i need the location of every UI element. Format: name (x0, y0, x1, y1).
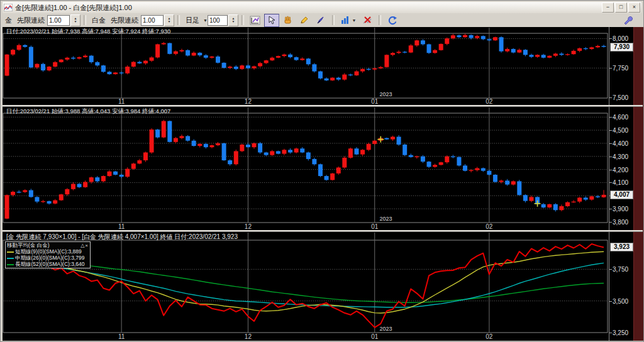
bar-count-input[interactable]: 100 (208, 15, 228, 26)
timeframe-dropdown[interactable]: 日足 (186, 16, 199, 25)
instrument2-multiplier-spinner[interactable]: ▲▼ (164, 14, 174, 26)
gold-chart-canvas[interactable]: 111201022023 (3, 27, 608, 106)
toolbar: 金 先限連続 1.00 ▲▼ 白金 先限連続 1.00 ▲▼ 日足 ▼ 100 … (3, 13, 641, 28)
ma-legend-box[interactable]: 移動平均(金 白金) △× 短期線(9)(0)(SMA)(C):3,889 中期… (5, 241, 91, 268)
delete-x-icon (362, 16, 372, 25)
axis-tick-label: 8,000 (613, 35, 628, 42)
pencil-icon (299, 16, 309, 25)
select-cursor-tool-button[interactable] (264, 14, 279, 27)
settings-wrench-button[interactable] (623, 16, 633, 25)
panel-splitter[interactable] (3, 230, 643, 232)
pen-quill-icon (316, 16, 325, 25)
axis-tick-label: 3,250 (613, 329, 628, 336)
axis-tick-label: 4,100 (613, 179, 628, 186)
pencil-draw-tool-button[interactable] (297, 14, 312, 27)
axis-tick-mark (609, 38, 612, 39)
axis-tick-mark (609, 143, 612, 144)
svg-text:2023: 2023 (380, 91, 392, 97)
svg-text:11: 11 (118, 223, 125, 230)
instrument2-series-label: 先限連続 (111, 16, 138, 25)
axis-tick-mark (609, 301, 612, 302)
current-price-box: 4,007 (610, 190, 633, 199)
axis-tick-mark (609, 97, 612, 98)
refresh-icon (387, 16, 397, 25)
svg-text:2023: 2023 (380, 326, 392, 332)
spread-chart-canvas[interactable]: 111201022023 (3, 232, 608, 341)
svg-text:11: 11 (118, 98, 125, 105)
current-price-box: 7,930 (610, 43, 633, 52)
delete-drawing-tool-button[interactable] (360, 14, 375, 27)
toolbar-separator (242, 15, 244, 25)
title-bar[interactable]: 金[先限連続]1.00 - 白金[先限連続]1.00 − □ × (3, 2, 641, 13)
svg-text:2023: 2023 (380, 216, 392, 222)
panel-splitter[interactable] (3, 105, 643, 107)
legend-row-label: 長期線(52)(0)(SMA)(C):3,640 (15, 261, 85, 268)
axis-tick-mark (609, 333, 612, 333)
spread-chart-header: [金 先限連続 7,930×1.00] - [白金 先限連続 4,007×1.0… (6, 233, 238, 241)
current-price-box: 3,923 (610, 243, 633, 251)
gold-chart-header: 日付:2023/02/21 始値:7,938 高値:7,948 安値:7,924… (6, 28, 170, 36)
axis-tick-label: 4,200 (613, 167, 628, 174)
instrument1-label: 金 (5, 16, 12, 25)
window-chart-icon (4, 4, 13, 11)
axis-tick-label: 4,400 (613, 140, 628, 147)
svg-text:12: 12 (245, 223, 252, 230)
axis-tick-mark (609, 209, 612, 209)
timeframe-dropdown-arrow-icon[interactable]: ▼ (203, 18, 208, 23)
cursor-arrow-icon (267, 16, 275, 25)
axis-tick-mark (609, 170, 612, 170)
toolbar-separator (379, 15, 381, 25)
toolbar-separator (84, 15, 86, 25)
legend-row-sma52: 長期線(52)(0)(SMA)(C):3,640 (6, 262, 90, 268)
legend-close-button[interactable]: × (85, 243, 89, 248)
axis-tick-mark (609, 157, 612, 157)
svg-text:01: 01 (371, 333, 379, 340)
sma9-swatch (7, 251, 14, 253)
pen-draw-tool-button[interactable] (313, 14, 328, 27)
svg-text:02: 02 (486, 333, 493, 340)
indicator-bars-tool-button[interactable]: ▼ (338, 14, 358, 27)
axis-tick-mark (609, 222, 612, 223)
svg-text:01: 01 (371, 98, 379, 105)
axis-tick-mark (609, 68, 612, 69)
chart-window: 金[先限連続]1.00 - 白金[先限連続]1.00 − □ × 金 先限連続 … (0, 0, 644, 342)
hand-icon (283, 16, 292, 25)
side-scroll-strip[interactable] (633, 27, 643, 341)
axis-tick-label: 7,750 (613, 65, 628, 72)
svg-text:12: 12 (245, 333, 252, 340)
toolbar-separator (177, 15, 180, 25)
axis-tick-label: 3,750 (613, 266, 628, 273)
platinum-chart-canvas[interactable]: 111201022023 (3, 107, 608, 231)
axis-tick-mark (609, 117, 612, 118)
pan-hand-tool-button[interactable] (280, 14, 296, 27)
svg-text:01: 01 (371, 223, 379, 230)
toolbar-separator (332, 15, 335, 25)
bar-count-spinner[interactable]: ▲▼ (228, 14, 238, 26)
axis-tick-label: 4,500 (613, 127, 628, 134)
bar-chart-icon (340, 16, 350, 25)
instrument1-series-label: 先限連続 (17, 16, 45, 25)
svg-text:11: 11 (118, 333, 125, 340)
close-button[interactable]: × (628, 3, 640, 13)
instrument1-multiplier-input[interactable]: 1.00 (47, 15, 70, 26)
maximize-button[interactable]: □ (615, 3, 627, 13)
instrument2-multiplier-input[interactable]: 1.00 (141, 15, 164, 26)
reload-tool-button[interactable] (385, 14, 400, 27)
window-title: 金[先限連続]1.00 - 白金[先限連続]1.00 (15, 3, 132, 13)
axis-tick-mark (609, 182, 612, 183)
sma26-swatch (7, 258, 14, 259)
platinum-chart-header: 日付:2023/02/21 始値:3,988 高値:4,043 安値:3,984… (6, 108, 170, 116)
axis-tick-label: 3,800 (613, 219, 628, 226)
minimize-button[interactable]: − (602, 3, 614, 13)
axis-tick-label: 4,300 (613, 153, 628, 160)
chart-axis-tool-button[interactable] (248, 14, 263, 27)
price-axis: 8,0007,7507,5007,9304,6004,5004,4004,300… (609, 27, 633, 341)
axis-tick-label: 3,500 (613, 298, 628, 305)
svg-text:02: 02 (486, 98, 493, 105)
axis-tick-label: 4,600 (613, 114, 628, 121)
axis-tick-mark (609, 130, 612, 131)
axis-tick-label: 7,500 (613, 94, 628, 101)
instrument1-multiplier-spinner[interactable]: ▲▼ (70, 14, 80, 26)
svg-text:12: 12 (245, 98, 252, 105)
instrument2-label: 白金 (92, 16, 106, 25)
